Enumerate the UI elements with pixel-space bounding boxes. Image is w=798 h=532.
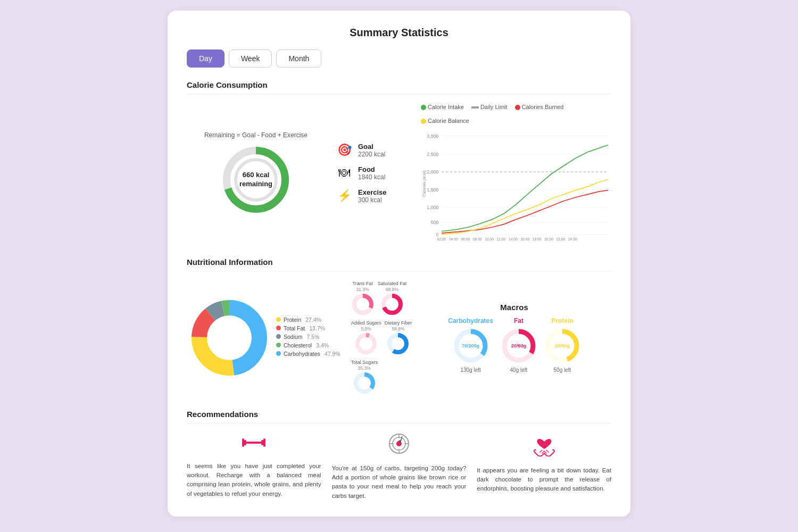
exercise-value: 300 kcal [358,196,387,204]
reco-text-mood: It appears you are feeling a bit down to… [477,466,611,494]
main-pie-svg [187,295,272,380]
heart-hands-icon [533,433,556,461]
small-donut-transfat: Trans Fat 31.3% Saturated Fat 68.8% [351,281,412,316]
line-chart-wrap: Calorie Intake Daily Limit Calories Burn… [421,104,611,243]
target-icon [388,433,410,459]
small-donuts-col: Trans Fat 31.3% Saturated Fat 68.8% [351,281,412,395]
macro-fat-name: Fat [514,317,523,325]
svg-line-76 [546,450,548,452]
svg-text:16:00: 16:00 [520,237,529,240]
dumbbell-icon [242,433,265,456]
food-value: 1840 kcal [358,173,385,181]
svg-point-38 [358,299,368,310]
svg-point-47 [393,338,403,349]
exercise-label: Exercise [358,188,387,196]
legend-burned: Calories Burned [515,104,564,110]
svg-text:2,000: 2,000 [427,169,438,174]
exercise-icon: ⚡ [336,189,353,203]
macros-title: Macros [417,303,611,312]
svg-text:500: 500 [431,220,439,226]
svg-text:2,500: 2,500 [427,152,438,157]
goal-icon: 🎯 [336,143,353,157]
svg-point-67 [396,441,402,446]
calorie-section: Calorie Consumption Remaining = Goal - F… [187,80,611,243]
cal-stat-exercise: ⚡ Exercise 300 kcal [336,188,410,204]
recommendations-title: Recommendations [187,410,611,419]
svg-text:1,500: 1,500 [427,187,438,193]
reco-item-carbs: You're at 150g of carbs, targeting 200g … [332,433,467,501]
svg-text:08:00: 08:00 [473,237,482,240]
nutrition-section: Nutritional Information [187,257,611,395]
svg-point-50 [359,378,370,388]
svg-text:12:00: 12:00 [497,237,506,240]
nutrition-body: Protein 27.4% Total Fat 13.7% Sodium 7.5… [187,281,611,395]
legend-limit: Daily Limit [471,104,508,110]
macro-protein-name: Protein [551,317,573,325]
svg-text:02:00: 02:00 [437,237,446,240]
macro-carbs: Carbohydrates 70/200g 130g left [448,317,493,373]
reco-body: It seems like you have just completed yo… [187,433,611,501]
svg-text:14:00: 14:00 [509,237,518,240]
svg-text:Calories (kcal): Calories (kcal) [422,170,427,197]
macro-protein: Protein 40/90g 50g left [544,317,580,373]
macro-carbs-left: 130g left [460,367,480,373]
recommendations-section: Recommendations It seems like you have j… [187,410,611,501]
svg-text:06:00: 06:00 [461,237,470,240]
svg-point-44 [361,338,371,349]
legend-intake: Calorie Intake [421,104,464,110]
cal-stat-goal: 🎯 Goal 2200 kcal [336,143,410,158]
page-title: Summary Statistics [187,27,611,39]
calorie-section-title: Calorie Consumption [187,80,611,89]
svg-rect-61 [242,438,244,447]
svg-text:18:00: 18:00 [533,237,542,240]
goal-value: 2200 kcal [358,151,385,158]
calorie-stats: 🎯 Goal 2200 kcal 🍽 Food 1840 kcal ⚡ [336,143,410,204]
svg-text:24:00: 24:00 [568,237,577,240]
legend-balance: Calorie Balance [421,118,469,124]
reco-text-carbs: You're at 150g of carbs, targeting 200g … [332,464,467,501]
chart-svg-wrap: 3,000 2,500 2,000 1,500 1,000 500 0 Calo… [421,127,611,243]
macro-protein-donut: 40/90g [544,328,580,364]
small-donut-totalsugars: Total Sugars 35.3% [351,360,412,395]
macro-carbs-donut: 70/200g [453,328,489,364]
macros-col: Macros Carbohydrates 70/200g [417,303,611,373]
tab-month[interactable]: Month [276,49,321,68]
calorie-left: Remaining = Goal - Food + Exercise 660 k… [187,131,325,214]
macro-fat-label: 20/60g [511,343,526,348]
svg-rect-62 [246,442,261,444]
reco-item-mood: It appears you are feeling a bit down to… [477,433,611,501]
pie-label-sodium: Sodium 7.5% [276,334,340,340]
reco-item-workout: It seems like you have just completed yo… [187,433,321,501]
macro-carbs-name: Carbohydrates [448,317,493,325]
macros-row: Carbohydrates 70/200g 130g left [417,317,611,373]
donut-center-text: 660 kcalremaining [239,171,272,189]
chart-legend: Calorie Intake Daily Limit Calories Burn… [421,104,611,124]
food-icon: 🍽 [336,166,353,180]
pie-label-carbs: Carbohydrates 47.9% [276,351,340,357]
tab-row: Day Week Month [187,49,611,68]
cal-stat-food: 🍽 Food 1840 kcal [336,165,410,181]
macro-fat-left: 40g left [510,367,528,373]
svg-text:1,000: 1,000 [427,205,438,211]
pie-label-protein: Protein 27.4% [276,317,340,323]
macro-fat-donut: 20/60g [501,328,537,364]
calorie-body: Remaining = Goal - Food + Exercise 660 k… [187,104,611,243]
tab-week[interactable]: Week [229,49,272,68]
main-pie-donut [187,295,272,380]
pie-labels: Protein 27.4% Total Fat 13.7% Sodium 7.5… [276,317,340,359]
nutrition-section-title: Nutritional Information [187,257,611,267]
svg-line-74 [540,450,542,452]
svg-point-35 [207,315,252,360]
pie-label-totalfat: Total Fat 13.7% [276,325,340,331]
tab-day[interactable]: Day [187,49,225,68]
remaining-formula: Remaining = Goal - Food + Exercise [204,131,307,139]
calorie-donut: 660 kcalremaining [221,145,290,214]
svg-text:22:00: 22:00 [556,237,566,240]
svg-text:04:00: 04:00 [449,237,458,240]
svg-text:20:00: 20:00 [544,237,553,240]
goal-label: Goal [358,143,385,151]
pie-label-cholesterol: Cholesterol 3.4% [276,342,340,348]
svg-point-41 [387,299,397,310]
macro-protein-label: 40/90g [555,343,570,348]
main-card: Summary Statistics Day Week Month Calori… [168,11,630,517]
